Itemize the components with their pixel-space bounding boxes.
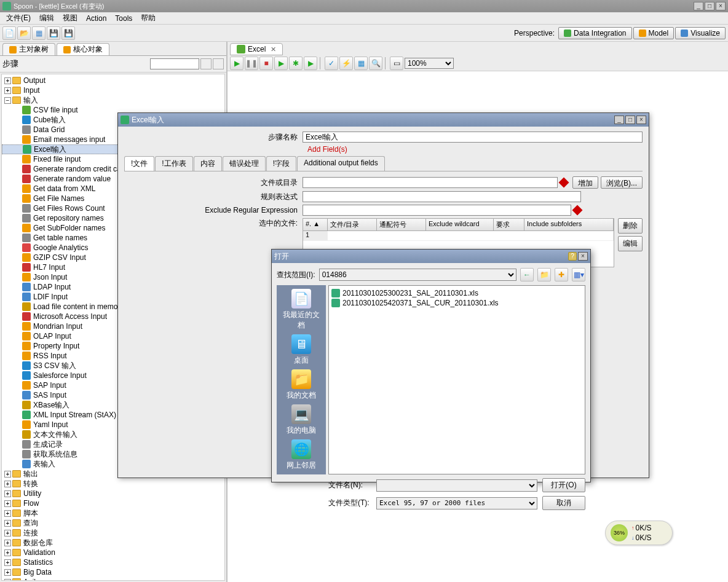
tree-folder[interactable]: +转换 [2, 479, 224, 489]
add-fields-link[interactable]: Add Field(s) [307, 145, 643, 154]
impact-button[interactable]: ⚡ [339, 57, 353, 70]
place-documents[interactable]: 📁我的文档 [280, 368, 323, 402]
file-item[interactable]: 20110301025420371_SAL_CUR_20110301.xls [331, 298, 582, 308]
tree-folder[interactable]: +连接 [2, 528, 224, 538]
explore-db-button[interactable]: 🔍 [369, 57, 382, 70]
filetype-select[interactable]: Excel 95, 97 or 2000 files [376, 497, 537, 509]
tab-fields[interactable]: !字段 [266, 156, 296, 171]
browse-button[interactable]: 浏览(B)... [601, 176, 643, 189]
dialog-minimize-button[interactable]: _ [614, 116, 624, 124]
col-filedir[interactable]: 文件/目录 [328, 219, 377, 230]
dialog-close-button[interactable]: × [636, 116, 646, 124]
preview-button[interactable]: ▶ [274, 57, 288, 70]
expand-all-button[interactable] [200, 58, 212, 69]
cancel-button[interactable]: 取消 [542, 496, 585, 510]
dialog-maximize-button[interactable]: □ [625, 116, 635, 124]
menu-edit[interactable]: 编辑 [36, 12, 58, 25]
file-item[interactable]: 20110301025300231_SAL_20110301.xls [331, 288, 582, 298]
tree-folder[interactable]: +Statistics [2, 557, 224, 567]
menu-view[interactable]: 视图 [59, 12, 81, 25]
tab-main-tree[interactable]: 主对象树 [2, 43, 55, 55]
expand-icon[interactable]: + [4, 510, 11, 517]
expand-icon[interactable]: + [4, 559, 11, 566]
replay-button[interactable]: ▶ [304, 57, 317, 70]
delete-button[interactable]: 删除 [618, 218, 643, 234]
tree-folder[interactable]: +Output [2, 76, 224, 85]
place-computer[interactable]: 💻我的电脑 [280, 403, 323, 437]
open-dialog-close-button[interactable]: × [578, 252, 588, 261]
collapse-all-button[interactable] [213, 58, 224, 69]
col-subfolders[interactable]: Include subfolders [524, 219, 614, 230]
place-recent[interactable]: 📄我最近的文档 [280, 288, 323, 332]
expand-icon[interactable]: + [4, 540, 11, 546]
steps-search-input[interactable] [150, 58, 199, 69]
tab-core-objects[interactable]: 核心对象 [57, 43, 109, 55]
place-network[interactable]: 🌐网上邻居 [280, 438, 323, 472]
save-button[interactable]: 💾 [47, 26, 60, 40]
exclude-regex-input[interactable] [303, 205, 571, 216]
tab-error[interactable]: 错误处理 [223, 156, 266, 171]
show-results-button[interactable]: ▭ [390, 57, 403, 70]
open-button[interactable]: 打开(O) [542, 478, 585, 492]
expand-icon[interactable]: + [4, 481, 11, 487]
new-button[interactable]: 📄 [2, 26, 16, 40]
open-dialog-titlebar[interactable]: 打开 ? × [272, 250, 590, 263]
col-index[interactable]: #. ▲ [303, 219, 328, 230]
zoom-select[interactable]: 100% [405, 58, 454, 69]
tree-folder[interactable]: +数据仓库 [2, 538, 224, 548]
tree-folder[interactable]: +Input [2, 85, 224, 95]
dialog-titlebar[interactable]: Excel输入 _ □ × [118, 113, 649, 127]
expand-icon[interactable]: + [4, 530, 11, 537]
grid-row[interactable]: 1 [303, 231, 614, 241]
expand-icon[interactable]: + [4, 549, 11, 556]
sql-button[interactable]: ▦ [354, 57, 368, 70]
saveas-button[interactable]: 💾 [61, 26, 75, 40]
tree-folder[interactable]: +Validation [2, 548, 224, 557]
back-button[interactable]: ← [520, 268, 534, 281]
col-exclude[interactable]: Exclude wildcard [426, 219, 494, 230]
new-folder-button[interactable]: ✚ [555, 268, 568, 281]
tree-folder[interactable]: +查询 [2, 518, 224, 528]
col-wildcard[interactable]: 通配符号 [377, 219, 426, 230]
minimize-button[interactable]: _ [694, 2, 703, 10]
perspective-data-integration[interactable]: Data Integration [558, 27, 631, 39]
verify-button[interactable]: ✓ [325, 57, 338, 70]
run-button[interactable]: ▶ [230, 57, 243, 70]
regex-input[interactable] [303, 191, 581, 202]
expand-icon[interactable]: + [4, 77, 11, 84]
menu-help[interactable]: 帮助 [137, 12, 159, 25]
place-desktop[interactable]: 🖥桌面 [280, 333, 323, 367]
file-or-dir-input[interactable] [303, 177, 558, 188]
editor-tab-excel[interactable]: Excel ✕ [230, 43, 283, 55]
tab-content[interactable]: 内容 [194, 156, 222, 171]
perspective-model[interactable]: Model [633, 27, 675, 39]
lookin-select[interactable]: 014886 [319, 269, 516, 281]
help-icon[interactable]: ? [568, 252, 577, 261]
tree-folder[interactable]: +Utility [2, 489, 224, 498]
add-button[interactable]: 增加 [572, 176, 598, 189]
explore-button[interactable]: ▦ [32, 26, 46, 40]
tab-sheet[interactable]: !工作表 [155, 156, 192, 171]
stop-button[interactable]: ■ [259, 57, 273, 70]
col-required[interactable]: 要求 [494, 219, 524, 230]
expand-icon[interactable]: + [4, 471, 11, 478]
tab-additional[interactable]: Additional output fields [297, 156, 385, 171]
expand-icon[interactable]: + [4, 579, 11, 581]
expand-icon[interactable]: + [4, 490, 11, 497]
view-menu-button[interactable]: ▦▾ [572, 268, 585, 281]
tree-folder[interactable]: −输入 [2, 95, 224, 105]
open-button[interactable]: 📂 [17, 26, 31, 40]
filename-input[interactable] [376, 479, 537, 492]
edit-button[interactable]: 编辑 [618, 236, 643, 251]
tab-close-icon[interactable]: ✕ [271, 45, 276, 53]
step-name-input[interactable] [303, 132, 643, 143]
tree-folder[interactable]: +Flow [2, 498, 224, 508]
pause-button[interactable]: ❚❚ [245, 57, 258, 70]
close-button[interactable]: × [716, 2, 726, 10]
file-list[interactable]: 20110301025300231_SAL_20110301.xls 20110… [328, 285, 585, 474]
expand-icon[interactable]: + [4, 500, 11, 507]
menu-file[interactable]: 文件(E) [2, 12, 34, 25]
perspective-visualize[interactable]: Visualize [675, 27, 726, 39]
tab-file[interactable]: !文件 [124, 156, 154, 171]
expand-icon[interactable]: + [4, 520, 11, 527]
